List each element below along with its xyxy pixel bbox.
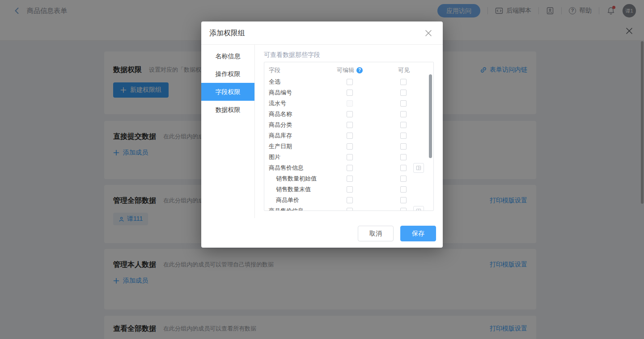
modal-tab-1[interactable]: 操作权限 [201,65,254,83]
field-row-11: 商品单价 [264,195,433,206]
section-title: 可查看数据那些字段 [264,50,434,62]
subform-settings-icon[interactable] [413,206,424,211]
modal-body: 名称信息操作权限字段权限数据权限 可查看数据那些字段 字段 可编辑 ? 可见 全… [201,45,443,218]
editable-checkbox[interactable] [347,133,353,139]
field-row-8: 商品售价信息 [264,163,433,173]
field-label: 商品编号 [269,87,292,98]
help-icon[interactable]: ? [356,67,363,73]
screen: 商品信息表单 应用访问 后端脚本 ? 帮助 [0,0,644,339]
add-permission-group-modal: 添加权限组 名称信息操作权限字段权限数据权限 可查看数据那些字段 字段 可编辑 … [201,21,443,248]
field-label: 销售数量末值 [276,184,311,195]
cancel-button[interactable]: 取消 [358,226,394,241]
field-permission-panel: 可查看数据那些字段 字段 可编辑 ? 可见 全选商品编号流水号商品名称商品分类商… [255,45,443,218]
modal-close-icon[interactable] [424,29,433,38]
visible-checkbox[interactable] [400,186,407,193]
field-row-1: 商品编号 [264,87,433,98]
save-button[interactable]: 保存 [400,226,436,241]
visible-checkbox[interactable] [400,90,407,96]
modal-footer: 取消 保存 [201,218,443,248]
field-label: 生产日期 [269,141,292,152]
field-row-0: 全选 [264,77,433,87]
editable-header-label: 可编辑 [337,66,354,75]
visible-checkbox[interactable] [400,176,407,182]
field-permission-table: 字段 可编辑 ? 可见 全选商品编号流水号商品名称商品分类商品库存生产日期图片商… [264,62,434,211]
modal-header: 添加权限组 [201,21,443,45]
editable-checkbox[interactable] [347,143,353,150]
visible-checkbox[interactable] [400,100,407,107]
editable-checkbox[interactable] [347,154,353,160]
field-label: 商品分类 [269,120,292,130]
field-row-9: 销售数量初始值 [264,173,433,184]
table-header-row: 字段 可编辑 ? 可见 [264,66,433,77]
visible-checkbox[interactable] [400,154,407,160]
visible-checkbox[interactable] [400,197,407,203]
editable-checkbox[interactable] [347,186,353,193]
modal-tab-3[interactable]: 数据权限 [201,101,254,119]
editable-checkbox[interactable] [347,197,353,203]
field-row-5: 商品库存 [264,130,433,141]
field-label: 商品库存 [269,130,292,141]
field-row-7: 图片 [264,152,433,163]
column-header-editable: 可编辑 ? [330,66,369,75]
modal-tab-column: 名称信息操作权限字段权限数据权限 [201,45,255,218]
editable-checkbox[interactable] [347,165,353,171]
editable-checkbox[interactable] [347,176,353,182]
visible-checkbox[interactable] [400,143,407,150]
field-row-12: 商品售价信息 [264,206,433,211]
editable-checkbox [347,100,353,107]
modal-title: 添加权限组 [209,21,245,45]
table-scrollbar-thumb[interactable] [429,74,432,158]
editable-checkbox[interactable] [347,111,353,117]
field-row-10: 销售数量末值 [264,184,433,195]
field-label: 商品售价信息 [269,206,304,211]
visible-checkbox[interactable] [400,165,407,171]
column-header-field: 字段 [269,66,280,75]
column-header-visible: 可见 [394,66,414,75]
field-label: 商品单价 [276,195,299,206]
field-label: 商品售价信息 [269,163,304,173]
field-row-4: 商品分类 [264,120,433,130]
editable-checkbox[interactable] [347,122,353,128]
editable-checkbox[interactable] [347,79,353,85]
field-row-3: 商品名称 [264,109,433,120]
editable-checkbox[interactable] [347,90,353,96]
visible-checkbox[interactable] [400,111,407,117]
field-label: 流水号 [269,98,286,109]
field-label: 销售数量初始值 [276,173,317,184]
editable-checkbox[interactable] [347,208,353,211]
field-table-rows: 全选商品编号流水号商品名称商品分类商品库存生产日期图片商品售价信息销售数量初始值… [264,77,433,211]
field-label: 全选 [269,77,280,87]
field-row-6: 生产日期 [264,141,433,152]
visible-checkbox[interactable] [400,208,407,211]
visible-checkbox[interactable] [400,79,407,85]
visible-checkbox[interactable] [400,122,407,128]
modal-tab-2[interactable]: 字段权限 [201,83,254,101]
subform-settings-icon[interactable] [413,163,424,173]
field-row-2: 流水号 [264,98,433,109]
field-label: 图片 [269,152,280,163]
visible-checkbox[interactable] [400,133,407,139]
modal-tab-0[interactable]: 名称信息 [201,47,254,65]
field-label: 商品名称 [269,109,292,120]
